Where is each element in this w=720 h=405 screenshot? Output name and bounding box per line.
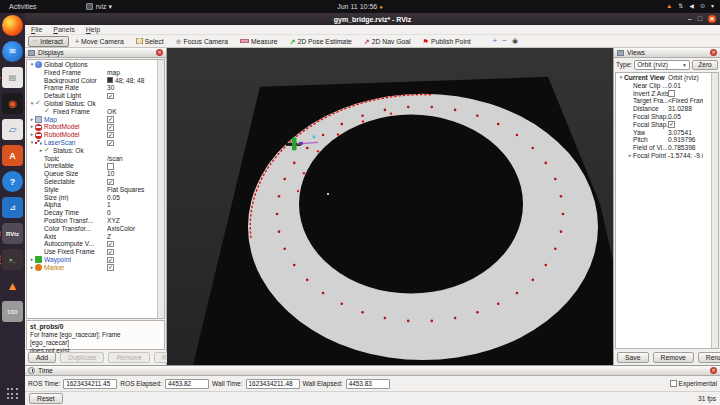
views-property-row[interactable]: Distance31.0288 (616, 105, 711, 113)
rviz-icon[interactable]: RViz (2, 223, 23, 244)
experimental-toggle[interactable]: Experimental (670, 380, 717, 387)
terminal-icon[interactable]: >_ (2, 249, 23, 270)
displays-property-row[interactable]: Decay Time0 (27, 209, 157, 217)
property-value[interactable]: <Fixed Frame> (668, 97, 703, 105)
ssd-icon[interactable]: SSD (2, 301, 23, 322)
vscode-icon[interactable]: ⊿ (2, 197, 23, 218)
property-value[interactable]: AxisColor (107, 225, 149, 233)
displays-property-row[interactable]: Unreliable (27, 162, 157, 170)
displays-property-row[interactable]: Use Fixed Frame✓ (27, 248, 157, 256)
displays-property-row[interactable]: Topic/scan (27, 155, 157, 163)
menu-panels[interactable]: Panels (53, 26, 74, 33)
displays-property-row[interactable]: Background Color48; 48; 48 (27, 77, 157, 85)
property-value[interactable]: ✓ (107, 93, 149, 100)
vlc-icon[interactable]: ▲ (2, 275, 23, 296)
checkbox[interactable]: ✓ (107, 264, 114, 271)
displays-property-row[interactable]: ▸Marker✓ (27, 264, 157, 272)
property-value[interactable]: XYZ (107, 217, 149, 225)
views-property-row[interactable]: Invert Z Axis (616, 90, 711, 98)
checkbox[interactable]: ✓ (107, 179, 114, 186)
displays-property-row[interactable]: Default Light✓ (27, 92, 157, 100)
checkbox[interactable] (668, 90, 675, 97)
clock[interactable]: Jun 11 10:56 ● (0, 3, 720, 10)
time-panel-header[interactable]: Time ✕ (25, 366, 720, 376)
menu-help[interactable]: Help (86, 26, 100, 33)
property-value[interactable]: 0.05 (107, 194, 149, 202)
displays-property-row[interactable]: ▸Map✓ (27, 116, 157, 124)
views-property-row[interactable]: Pitch0.919796 (616, 136, 711, 144)
property-value[interactable]: 48; 48; 48 (107, 77, 149, 85)
remove-button[interactable]: Remove (653, 352, 694, 363)
property-value[interactable]: ✓ (107, 132, 149, 139)
displays-property-row[interactable]: Alpha1 (27, 201, 157, 209)
displays-close-icon[interactable]: ✕ (156, 49, 163, 56)
pose-estimate-tool-button[interactable]: ↗2D Pose Estimate (286, 36, 358, 47)
property-value[interactable]: ✓ (668, 121, 703, 128)
displays-property-row[interactable]: ▸Waypoint✓ (27, 256, 157, 264)
checkbox[interactable] (107, 163, 114, 170)
add-tool-button[interactable]: + (493, 36, 498, 46)
reset-button[interactable]: Reset (29, 393, 63, 404)
displays-property-row[interactable]: Queue Size10 (27, 170, 157, 178)
views-property-row[interactable]: Target Fra...<Fixed Frame> (616, 97, 711, 105)
save-button[interactable]: Save (617, 352, 649, 363)
property-value[interactable]: /scan (107, 155, 149, 163)
select-tool-button[interactable]: Select (132, 36, 170, 47)
property-value[interactable]: 10 (107, 170, 149, 178)
record-dot-button[interactable]: ◉ (512, 36, 518, 46)
wall-time-input[interactable]: 1623434211.48 (246, 379, 300, 389)
remove-tool-button[interactable]: − (502, 36, 507, 46)
add-button[interactable]: Add (28, 352, 56, 363)
displays-property-row[interactable]: Frame Rate30 (27, 84, 157, 92)
thunderbird-icon[interactable]: ✉ (2, 41, 23, 62)
view-type-select[interactable]: Orbit (rviz) ▼ (634, 60, 690, 70)
property-value[interactable]: ✓ (107, 140, 149, 147)
focus-camera-tool-button[interactable]: ⊕Focus Camera (172, 36, 234, 47)
property-value[interactable]: 31.0288 (668, 105, 703, 113)
property-value[interactable]: 0.01 (668, 82, 703, 90)
displays-property-row[interactable]: ▾Global Options (27, 61, 157, 69)
property-value[interactable]: ✓ (107, 124, 149, 131)
displays-property-row[interactable]: ▸RobotModel✓ (27, 123, 157, 131)
nav-goal-tool-button[interactable]: ↗2D Nav Goal (360, 36, 417, 47)
checkbox[interactable]: ✓ (107, 116, 114, 123)
property-value[interactable] (668, 90, 703, 97)
render-viewport[interactable] (167, 48, 613, 365)
displays-property-row[interactable]: ▸RobotModel✓ (27, 131, 157, 139)
property-value[interactable]: 3.07541 (668, 129, 703, 137)
displays-property-row[interactable]: Autocompute V...✓ (27, 240, 157, 248)
property-value[interactable] (107, 163, 149, 170)
minimize-button[interactable]: – (688, 13, 692, 25)
views-property-row[interactable]: Focal Shap...0.05 (616, 113, 711, 121)
displays-property-row[interactable]: StyleFlat Squares (27, 186, 157, 194)
property-value[interactable]: 0.919796 (668, 136, 703, 144)
property-value[interactable]: ✓ (107, 249, 149, 256)
experimental-checkbox[interactable] (670, 380, 677, 387)
displays-property-row[interactable]: Position Transf...XYZ (27, 217, 157, 225)
displays-property-row[interactable]: ▸Status: Ok (27, 147, 157, 155)
views-property-row[interactable]: Near Clip ...0.01 (616, 82, 711, 90)
property-value[interactable]: OK (107, 108, 149, 116)
displays-property-row[interactable]: Fixed FrameOK (27, 108, 157, 116)
views-panel-header[interactable]: Views ✕ (614, 48, 720, 58)
wall-elapsed-input[interactable]: 4453.83 (346, 379, 390, 389)
checkbox[interactable]: ✓ (107, 140, 114, 147)
checkbox[interactable]: ✓ (107, 132, 114, 139)
property-value[interactable]: 0 (107, 209, 149, 217)
property-value[interactable]: ✓ (107, 257, 149, 264)
property-value[interactable]: Z (107, 233, 149, 241)
displays-panel-header[interactable]: Displays ✕ (25, 48, 166, 58)
checkbox[interactable]: ✓ (107, 249, 114, 256)
zero-button[interactable]: Zero (692, 60, 718, 70)
text-editor-icon[interactable]: ▤ (2, 67, 23, 88)
property-value[interactable]: 0.05 (668, 113, 703, 121)
window-titlebar[interactable]: gym_bridge.rviz* - RViz – □ ✕ (25, 13, 720, 25)
property-value[interactable]: map (107, 69, 149, 77)
firefox-icon[interactable] (2, 15, 23, 36)
displays-property-row[interactable]: Selectable✓ (27, 178, 157, 186)
property-value[interactable]: Orbit (rviz) (668, 74, 703, 82)
views-property-row[interactable]: ▸Focal Point-1.5744; -9.0741;... (616, 152, 711, 160)
measure-tool-button[interactable]: Measure (236, 36, 283, 47)
ros-elapsed-input[interactable]: 4453.82 (165, 379, 209, 389)
property-value[interactable]: ✓ (107, 116, 149, 123)
